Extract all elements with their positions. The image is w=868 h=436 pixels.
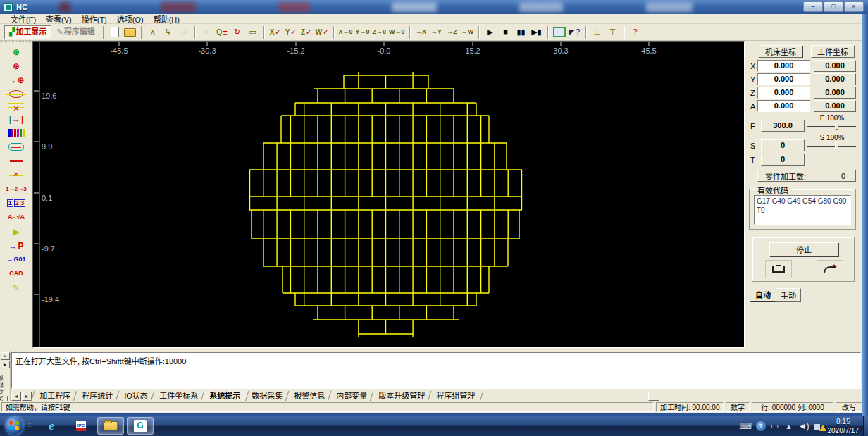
move-w-button[interactable]: →W xyxy=(460,25,476,39)
sequence-icon[interactable]: 1→2→3 xyxy=(5,182,27,196)
tab-manual[interactable]: 手动 xyxy=(776,288,801,302)
network-warning-tray-icon[interactable] xyxy=(814,421,825,431)
maximize-button[interactable]: □ xyxy=(824,1,843,12)
close-button[interactable]: × xyxy=(844,1,864,12)
message-tab-8[interactable]: 版本升级管理 xyxy=(369,391,433,401)
ellipse-icon[interactable] xyxy=(5,140,27,154)
scale-tool-button[interactable]: ∷ xyxy=(176,25,192,39)
red-line-icon[interactable] xyxy=(5,154,27,168)
cad-icon[interactable]: CAD xyxy=(5,267,27,280)
menu-operate[interactable]: 操作(T) xyxy=(77,13,112,25)
message-tab-5[interactable]: 数据采集 xyxy=(242,391,291,401)
message-tab-1[interactable]: 程序统计 xyxy=(73,391,122,401)
machining-canvas[interactable]: -45.5-30.3-15.2-0.015.230.345.519.69.90.… xyxy=(32,41,745,348)
ipc-taskbar-button[interactable]: IPC xyxy=(68,417,94,435)
split-line-icon[interactable] xyxy=(5,168,27,182)
tool-compensation-button[interactable]: ⊤ xyxy=(605,25,621,39)
angle-sqrt-icon[interactable]: A⌐√A xyxy=(5,211,27,224)
window-tray-icon[interactable]: ▭ xyxy=(770,420,780,432)
machining-display-button[interactable]: ▞ 加工显示 xyxy=(4,25,51,39)
rotate-button[interactable]: ↻ xyxy=(230,25,245,39)
help-tray-icon[interactable]: ? xyxy=(756,421,766,431)
w-zero-button[interactable]: W→0 xyxy=(388,25,407,39)
tool-setting-button[interactable]: ⊥ xyxy=(590,25,605,39)
zoom-button[interactable]: Q± xyxy=(214,25,230,39)
message-tab-9[interactable]: 程序组管理 xyxy=(427,391,483,401)
message-tab-0[interactable]: 加工程序 xyxy=(31,391,80,401)
work-coords-button[interactable]: 工件坐标 xyxy=(811,45,855,58)
menu-options[interactable]: 选项(O) xyxy=(112,13,149,25)
color-bars-icon[interactable] xyxy=(5,126,27,139)
tab-scrollbar-thumb[interactable] xyxy=(648,392,659,401)
ellipse-cross-icon[interactable] xyxy=(5,87,27,101)
numbered-box-icon[interactable]: 12 3 xyxy=(5,197,27,210)
z-zero-button[interactable]: Z→0 xyxy=(371,25,388,39)
range-icon[interactable]: |→| xyxy=(5,112,27,125)
new-file-button[interactable] xyxy=(107,25,123,39)
red-target-icon[interactable]: ⊕ xyxy=(5,59,27,73)
menu-file[interactable]: 文件(F) xyxy=(6,13,41,25)
pan-button[interactable]: + xyxy=(199,25,214,39)
datum-tool-button[interactable]: ⋏ xyxy=(145,25,161,39)
tab-scroll-next-button[interactable]: ► xyxy=(22,392,32,401)
machine-coords-button[interactable]: 机床坐标 xyxy=(759,45,802,58)
stop-button[interactable]: 停止 xyxy=(769,242,838,256)
goto-target-icon[interactable]: →⊕ xyxy=(5,73,27,87)
message-tab-7[interactable]: 内部变量 xyxy=(327,391,376,401)
coolant-button[interactable] xyxy=(817,260,843,278)
volume-tray-icon[interactable]: ◄) xyxy=(798,420,810,432)
nc-taskbar-button[interactable]: G xyxy=(127,417,154,435)
frame-button[interactable]: ▭ xyxy=(245,25,261,39)
goto-g01-icon[interactable]: →G01 xyxy=(5,253,27,266)
show-desktop-button[interactable] xyxy=(863,416,868,436)
spindle-override-slider[interactable]: S 100% xyxy=(807,134,857,152)
message-tab-6[interactable]: 报警信息 xyxy=(285,391,333,401)
pause-button[interactable]: ▮▮ xyxy=(514,25,529,39)
green-target-icon[interactable]: ⊕ xyxy=(5,45,27,58)
tab-scroll-prev-button[interactable]: ◄ xyxy=(11,392,21,401)
goto-p-icon[interactable]: →P xyxy=(5,239,27,252)
close-message-button[interactable]: × xyxy=(1,352,10,360)
start-button[interactable] xyxy=(6,417,23,435)
chuck-button[interactable] xyxy=(765,260,792,278)
z-check-button[interactable]: Z✓ xyxy=(299,25,314,39)
move-z-button[interactable]: →Z xyxy=(445,25,460,39)
x-check-button[interactable]: X✓ xyxy=(268,25,283,39)
minimize-button[interactable]: – xyxy=(803,1,823,12)
blurred-watermark xyxy=(646,2,693,12)
open-file-button[interactable] xyxy=(123,25,138,39)
y-check-button[interactable]: Y✓ xyxy=(283,25,299,39)
feed-override-slider[interactable]: F 100% xyxy=(807,114,857,132)
title-bar[interactable]: NC –□× xyxy=(0,0,868,14)
keyboard-tray-icon[interactable]: ⌨ xyxy=(739,420,751,432)
single-step-button[interactable]: ▶▮ xyxy=(529,25,545,39)
w-check-button[interactable]: W✓ xyxy=(314,25,330,39)
message-tab-3[interactable]: 工件坐标系 xyxy=(150,391,206,401)
simulate-play-icon[interactable]: ▶ xyxy=(5,225,27,238)
probe-button[interactable]: ? xyxy=(628,25,643,39)
menu-help[interactable]: 帮助(H) xyxy=(149,13,185,25)
y-zero-button[interactable]: Y→0 xyxy=(354,25,371,39)
tray-expand-icon[interactable]: ▴ xyxy=(784,420,794,432)
start-button[interactable]: ▶ xyxy=(483,25,498,39)
popout-message-button[interactable]: ▸ xyxy=(1,361,10,368)
screen-button[interactable] xyxy=(552,25,567,39)
message-tab-4[interactable]: 系统提示 xyxy=(200,391,249,401)
stop-playback-button[interactable]: ■ xyxy=(498,25,514,39)
x-zero-button[interactable]: X→0 xyxy=(337,25,354,39)
menu-view[interactable]: 查看(V) xyxy=(41,13,77,25)
context-help-button[interactable]: ◤? xyxy=(567,25,583,39)
part-count-box: 零件加工数: 0 xyxy=(757,170,856,182)
program-edit-button[interactable]: ✎ 程序编辑 xyxy=(51,25,99,39)
move-x-button[interactable]: →X xyxy=(414,25,429,39)
ie-taskbar-button[interactable]: e xyxy=(38,417,65,435)
slider-thumb[interactable] xyxy=(835,123,838,130)
corner-tool-button[interactable]: ↳ xyxy=(161,25,176,39)
file-manager-taskbar-button[interactable] xyxy=(97,417,124,435)
taskbar-clock[interactable]: 8:15 2020/7/17 xyxy=(828,417,860,435)
slider-thumb[interactable] xyxy=(835,142,838,149)
move-y-button[interactable]: →Y xyxy=(429,25,445,39)
pencil-icon[interactable]: ✎ xyxy=(5,281,27,294)
tab-auto[interactable]: 自动 xyxy=(750,287,776,302)
cut-lines-icon[interactable] xyxy=(8,103,24,111)
